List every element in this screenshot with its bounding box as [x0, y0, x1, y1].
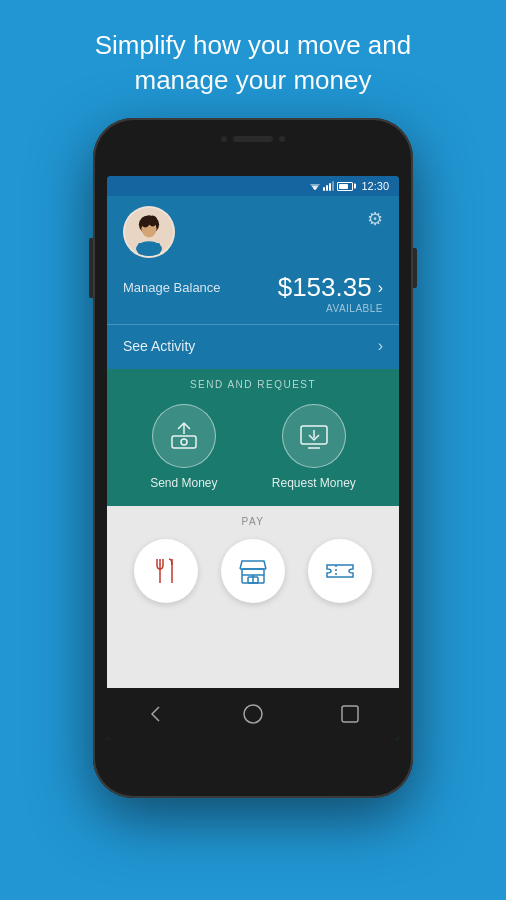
back-icon: [145, 703, 167, 725]
top-header: ⚙: [123, 206, 383, 258]
phone-notch: [221, 136, 285, 142]
ticket-icon: [324, 555, 356, 587]
svg-point-27: [244, 705, 262, 723]
pay-buttons-row: [123, 539, 383, 603]
balance-value: $153.35: [278, 272, 372, 303]
svg-rect-12: [172, 436, 196, 448]
camera-dot2: [279, 136, 285, 142]
restaurant-icon: [150, 555, 182, 587]
phone-screen: 12:30: [107, 176, 399, 740]
signal-bars: [323, 181, 334, 191]
send-request-title: SEND AND REQUEST: [123, 379, 383, 390]
manage-balance-label: Manage Balance: [123, 280, 221, 295]
svg-rect-11: [138, 243, 160, 256]
send-money-icon: [168, 420, 200, 452]
see-activity-chevron: ›: [378, 337, 383, 355]
send-money-button[interactable]: Send Money: [150, 404, 217, 490]
svg-marker-2: [313, 188, 317, 190]
status-time: 12:30: [361, 180, 389, 192]
store-icon: [237, 555, 269, 587]
back-button[interactable]: [138, 696, 174, 732]
speaker-slot: [233, 136, 273, 142]
top-section: ⚙ Manage Balance $153.35 › AVAILABLE See…: [107, 196, 399, 369]
avatar[interactable]: [123, 206, 175, 258]
home-icon: [242, 703, 264, 725]
status-icons: [310, 181, 353, 191]
settings-icon[interactable]: ⚙: [367, 208, 383, 230]
svg-rect-28: [342, 706, 358, 722]
balance-amount[interactable]: $153.35 ›: [278, 272, 383, 303]
request-money-icon: [298, 420, 330, 452]
send-money-label: Send Money: [150, 476, 217, 490]
recent-button[interactable]: [332, 696, 368, 732]
page-headline: Simplify how you move and manage your mo…: [55, 0, 451, 118]
svg-point-9: [143, 216, 154, 225]
wifi-icon: [310, 182, 320, 191]
balance-row: Manage Balance $153.35 ›: [123, 272, 383, 303]
camera-dot: [221, 136, 227, 142]
balance-chevron: ›: [378, 279, 383, 297]
see-activity-label: See Activity: [123, 338, 195, 354]
svg-point-14: [181, 439, 187, 445]
request-money-button[interactable]: Request Money: [272, 404, 356, 490]
action-buttons-row: Send Money Request Money: [123, 404, 383, 490]
ticket-button[interactable]: [308, 539, 372, 603]
phone-device: 12:30: [93, 118, 413, 798]
pay-title: PAY: [123, 516, 383, 527]
request-money-label: Request Money: [272, 476, 356, 490]
send-request-section: SEND AND REQUEST Send Money: [107, 369, 399, 506]
nav-bar: [107, 688, 399, 740]
pay-section: PAY: [107, 506, 399, 688]
battery-icon: [337, 182, 353, 191]
see-activity-row[interactable]: See Activity ›: [123, 325, 383, 355]
restaurant-button[interactable]: [134, 539, 198, 603]
recent-icon: [339, 703, 361, 725]
status-bar: 12:30: [107, 176, 399, 196]
store-button[interactable]: [221, 539, 285, 603]
send-money-circle: [152, 404, 216, 468]
home-button[interactable]: [235, 696, 271, 732]
request-money-circle: [282, 404, 346, 468]
available-label: AVAILABLE: [123, 303, 383, 314]
